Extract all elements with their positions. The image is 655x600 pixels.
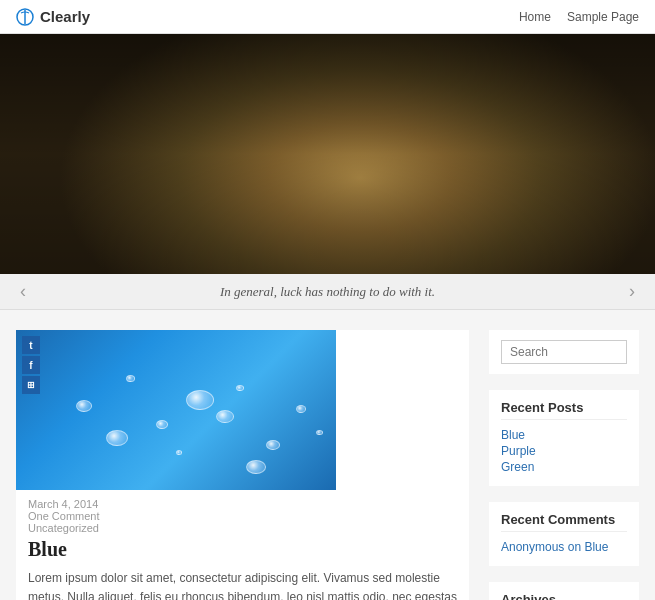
search-input[interactable] <box>501 340 627 364</box>
droplet <box>176 450 182 455</box>
post-comment: One Comment <box>28 510 457 522</box>
recent-post-blue[interactable]: Blue <box>501 428 627 442</box>
slider-caption-bar: ‹ In general, luck has nothing to do wit… <box>0 274 655 310</box>
recent-comments-widget: Recent Comments Anonymous on Blue <box>489 502 639 566</box>
droplet <box>156 420 168 429</box>
droplet <box>76 400 92 412</box>
nav-home[interactable]: Home <box>519 10 551 24</box>
droplet <box>106 430 128 446</box>
post-category: Uncategorized <box>28 522 457 534</box>
droplet <box>246 460 266 474</box>
prev-arrow[interactable]: ‹ <box>20 281 26 302</box>
site-title: Clearly <box>40 8 90 25</box>
recent-comment-anon[interactable]: Anonymous on Blue <box>501 540 627 554</box>
main-nav: Home Sample Page <box>519 10 639 24</box>
post-title: Blue <box>28 538 457 561</box>
droplet <box>316 430 323 435</box>
droplet <box>126 375 135 382</box>
site-header: Clearly Home Sample Page <box>0 0 655 34</box>
droplet <box>266 440 280 450</box>
recent-post-green[interactable]: Green <box>501 460 627 474</box>
recent-comments-title: Recent Comments <box>501 512 627 532</box>
recent-posts-title: Recent Posts <box>501 400 627 420</box>
post-card: t f ⊞ March 4, 2014 One Comment Uncatego… <box>16 330 469 600</box>
nav-sample-page[interactable]: Sample Page <box>567 10 639 24</box>
post-thumbnail: t f ⊞ <box>16 330 336 490</box>
main-content: t f ⊞ March 4, 2014 One Comment Uncatego… <box>0 310 655 600</box>
facebook-icon[interactable]: f <box>22 356 40 374</box>
caption-text: In general, luck has nothing to do with … <box>220 284 435 300</box>
sidebar: Recent Posts Blue Purple Green Recent Co… <box>489 330 639 600</box>
rss-icon[interactable]: ⊞ <box>22 376 40 394</box>
recent-posts-widget: Recent Posts Blue Purple Green <box>489 390 639 486</box>
logo-icon <box>16 8 34 26</box>
hero-overlay <box>0 34 655 274</box>
droplet <box>296 405 306 413</box>
logo-area: Clearly <box>16 8 90 26</box>
droplet <box>216 410 234 423</box>
post-content: Blue Lorem ipsum dolor sit amet, consect… <box>16 534 469 600</box>
post-meta: March 4, 2014 One Comment Uncategorized <box>16 490 469 534</box>
next-arrow[interactable]: › <box>629 281 635 302</box>
hero-image <box>0 34 655 274</box>
social-icons: t f ⊞ <box>22 336 40 394</box>
post-excerpt: Lorem ipsum dolor sit amet, consectetur … <box>28 569 457 600</box>
droplet <box>236 385 244 391</box>
droplet <box>186 390 214 410</box>
recent-post-purple[interactable]: Purple <box>501 444 627 458</box>
archives-title: Archives <box>501 592 627 600</box>
twitter-icon[interactable]: t <box>22 336 40 354</box>
post-date: March 4, 2014 <box>28 498 457 510</box>
archives-widget: Archives March 2014 <box>489 582 639 600</box>
posts-column: t f ⊞ March 4, 2014 One Comment Uncatego… <box>16 330 469 600</box>
search-widget <box>489 330 639 374</box>
